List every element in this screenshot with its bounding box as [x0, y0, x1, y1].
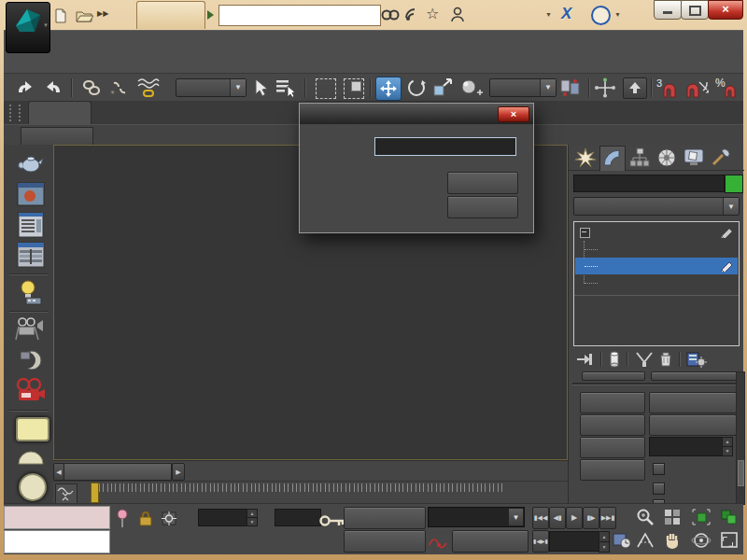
restore-button[interactable] [681, 0, 709, 20]
dialog-cancel-button[interactable] [447, 196, 518, 218]
set-keys-key-icon[interactable] [319, 512, 345, 529]
bind-button[interactable] [580, 392, 645, 413]
reorient-checkbox[interactable] [653, 483, 665, 495]
redo-icon[interactable] [41, 77, 63, 98]
zoom-extents-icon[interactable] [691, 508, 712, 526]
go-to-end-button[interactable]: ▶▶▮ [599, 507, 616, 529]
help-dropdown-icon[interactable]: ▼ [614, 11, 621, 18]
minimize-button[interactable] [654, 0, 682, 20]
panel-scrollbar[interactable] [736, 371, 745, 505]
selection-filter-dropdown[interactable]: ▼ [176, 78, 247, 97]
zoom-all-icon[interactable] [663, 508, 684, 526]
search-communication-icon[interactable] [381, 7, 400, 22]
zoom-extents-all-icon[interactable] [719, 508, 740, 526]
pan-hand-icon[interactable] [663, 531, 684, 550]
percent-snap-icon[interactable]: % [714, 77, 737, 97]
communication-center-icon[interactable] [403, 7, 420, 23]
qat-expand-icon[interactable]: ▶▶ [97, 9, 108, 18]
search-input[interactable] [223, 7, 376, 24]
go-to-start-button[interactable]: ▮◀◀ [532, 507, 549, 529]
detach-dialog-titlebar[interactable]: × [300, 104, 533, 124]
current-frame-field[interactable] [549, 531, 603, 552]
selection-lock-icon[interactable] [138, 511, 153, 526]
key-filters-button[interactable] [452, 530, 529, 553]
show-end-result-icon[interactable] [608, 351, 621, 368]
close-spline-button[interactable] [649, 414, 737, 436]
play-button[interactable]: ▶ [566, 507, 583, 529]
selection-set-dropdown[interactable]: ▼ [428, 507, 525, 527]
stack-item-line[interactable] [574, 224, 739, 241]
sign-in-dropdown-icon[interactable]: ▼ [545, 11, 552, 18]
select-manipulate-icon[interactable] [594, 77, 616, 98]
absolute-mode-icon[interactable] [161, 511, 179, 526]
tab-modeling[interactable] [28, 101, 92, 125]
make-unique-icon[interactable] [634, 351, 655, 368]
unlink-icon[interactable]: ✳ [108, 77, 131, 98]
shape-dome-icon[interactable] [17, 445, 45, 466]
ribbon-drag-handle[interactable] [9, 105, 21, 121]
tab-display-icon[interactable] [683, 147, 705, 168]
dialog-close-button[interactable]: × [498, 106, 529, 122]
keyboard-override-button[interactable] [623, 77, 647, 99]
open-file-icon[interactable] [75, 7, 93, 24]
moon-display-icon[interactable] [17, 348, 45, 374]
detach-name-input[interactable] [374, 137, 516, 156]
y-coord-field[interactable] [275, 509, 321, 526]
set-key-button[interactable] [344, 530, 426, 553]
document-tab[interactable] [136, 1, 205, 29]
search-box[interactable] [218, 5, 381, 26]
window-crossing-icon[interactable] [344, 78, 364, 99]
stack-item-segment[interactable] [575, 258, 738, 274]
divide-button[interactable] [580, 437, 645, 458]
stack-item-vertex[interactable] [574, 241, 739, 258]
rect-selection-region-icon[interactable] [316, 78, 336, 99]
partial-button-left[interactable] [582, 371, 645, 381]
exchange-icon[interactable]: X [561, 5, 571, 23]
show-in-viewport-icon[interactable] [720, 260, 735, 272]
maxscript-mini-listener-output[interactable] [4, 530, 110, 553]
camera-speaker-icon[interactable] [15, 316, 47, 343]
light-lister-icon[interactable] [17, 279, 45, 305]
rendered-frame-icon[interactable] [17, 182, 45, 206]
unbind-button[interactable] [649, 392, 737, 413]
same-shape-checkbox[interactable] [653, 463, 665, 475]
favorites-star-icon[interactable]: ☆ [426, 5, 439, 22]
zoom-icon[interactable] [635, 508, 655, 526]
object-color-swatch[interactable] [725, 175, 743, 193]
sign-in-person-icon[interactable] [450, 7, 465, 23]
reference-coordsys-dropdown[interactable]: ▼ [489, 78, 557, 97]
selection-filter-arrow-icon[interactable]: ▼ [230, 79, 246, 96]
select-place-icon[interactable] [459, 77, 482, 98]
close-button[interactable]: × [708, 0, 743, 20]
key-mode-toggle[interactable]: ▮◀▶▮ [532, 530, 549, 553]
modifier-list-arrow-icon[interactable]: ▼ [723, 198, 739, 215]
material-list-icon[interactable] [17, 212, 45, 238]
remove-modifier-icon[interactable] [658, 351, 673, 368]
track-bar[interactable] [53, 481, 568, 504]
previous-frame-button[interactable]: ◀▮ [549, 507, 566, 529]
delete-button[interactable] [580, 414, 645, 436]
select-move-button[interactable] [375, 77, 402, 101]
select-scale-icon[interactable] [431, 77, 454, 98]
panel-scrollbar-thumb[interactable] [738, 460, 744, 486]
angle-snap-icon[interactable] [684, 77, 707, 97]
object-name-field[interactable] [573, 175, 725, 192]
x-coord-field[interactable] [198, 509, 250, 526]
time-slider-handle[interactable] [63, 463, 172, 481]
tab-arrow-icon[interactable] [207, 10, 214, 20]
panel-polygon-modeling[interactable] [21, 127, 93, 146]
dialog-ok-button[interactable] [447, 172, 518, 194]
select-link-icon[interactable] [80, 77, 103, 98]
orbit-icon[interactable] [691, 531, 712, 550]
app-logo-dropdown-icon[interactable]: ▼ [43, 22, 49, 28]
divide-spinner-down-icon[interactable]: ▼ [722, 446, 733, 456]
help-icon[interactable] [591, 6, 611, 25]
schedule-grid-icon[interactable] [17, 242, 45, 268]
configure-modifier-sets-icon[interactable] [686, 351, 707, 368]
auto-key-button[interactable] [344, 507, 426, 529]
render-teapot-icon[interactable] [17, 150, 45, 175]
shape-circle-icon[interactable] [19, 473, 47, 501]
new-file-icon[interactable] [52, 7, 69, 24]
use-pivot-center-icon[interactable] [558, 77, 581, 98]
time-slider-next-icon[interactable]: ▶ [172, 463, 185, 481]
